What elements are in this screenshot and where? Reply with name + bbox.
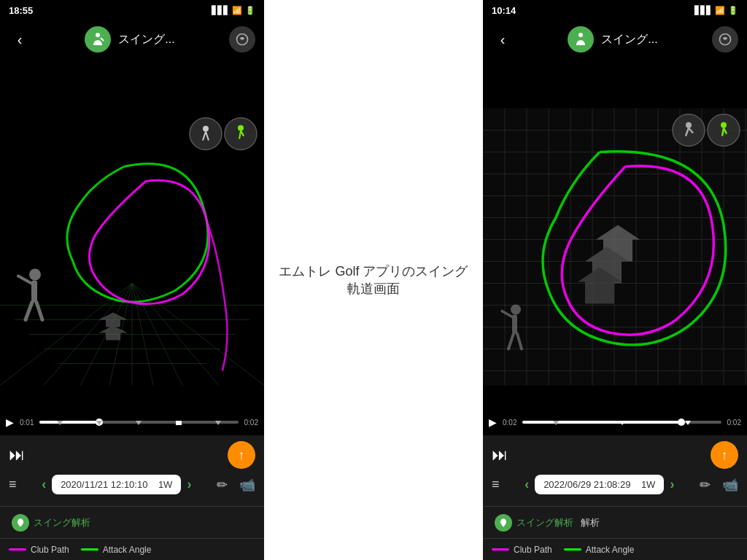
left-status-time: 18:55 [9, 5, 33, 16]
right-tab-label: スイング解析 [516, 516, 573, 529]
right-date-value: 2022/06/29 21:08:29 [543, 479, 630, 490]
right-legend-bar: Club Path Attack Angle [483, 538, 747, 560]
right-date-box: 2022/06/29 21:08:29 1W [535, 475, 664, 494]
left-bottom-row1: ⏭ ↑ [9, 441, 255, 469]
right-status-time: 10:14 [492, 5, 516, 16]
right-bottom-row1: ⏭ ↑ [492, 441, 738, 469]
right-wifi-icon: 📶 [715, 6, 725, 15]
left-legend-magenta-line [9, 548, 26, 551]
right-date-nav: ‹ 2022/06/29 21:08:29 1W › [500, 475, 700, 494]
svg-line-1 [101, 38, 104, 41]
right-time-end: 0:02 [727, 419, 741, 427]
left-video-icon[interactable]: 📹 [239, 477, 255, 493]
right-toolbar-icons: ≡ [492, 477, 500, 492]
left-legend-club-path: Club Path [9, 545, 69, 555]
right-date-prev-button[interactable]: ‹ [525, 477, 529, 492]
right-signal-icon: ▋▋▋ [694, 6, 712, 15]
wifi-icon: 📶 [232, 6, 242, 15]
left-nav-bar: ‹ スイング... [0, 20, 264, 58]
left-tab-icon [12, 514, 29, 532]
right-legend-magenta-line [492, 548, 509, 551]
right-status-icons: ▋▋▋ 📶 🔋 [694, 6, 738, 15]
right-video-icon[interactable]: 📹 [722, 477, 738, 493]
left-play-button[interactable]: ▶ [6, 416, 14, 428]
right-bottom-controls: ⏭ ↑ ≡ ‹ 2022/06/29 21:08:29 1W › [483, 435, 747, 506]
left-timeline-markers [39, 415, 238, 425]
right-legend-green-line [564, 548, 581, 551]
right-attack-angle-label: Attack Angle [586, 545, 635, 555]
right-battery-icon: 🔋 [728, 6, 738, 15]
left-phone-panel: 18:55 ▋▋▋ 📶 🔋 ‹ スイング... [0, 0, 264, 560]
left-status-icons: ▋▋▋ 📶 🔋 [212, 6, 255, 15]
left-tab-bar: スイング解析 [0, 506, 264, 538]
left-menu-icon[interactable]: ≡ [9, 477, 17, 492]
signal-icon: ▋▋▋ [212, 6, 229, 15]
right-status-bar: 10:14 ▋▋▋ 📶 🔋 [483, 0, 747, 20]
middle-gap: エムトレ Golf アプリのスイング軌道画面 [264, 0, 483, 560]
right-timeline-bar: ▶ 0:02 0:02 [483, 409, 747, 435]
svg-point-0 [96, 33, 100, 37]
left-legend-bar: Club Path Attack Angle [0, 538, 264, 560]
right-timeline-markers [522, 415, 721, 425]
right-tab-analysis-label: 解析 [581, 516, 600, 529]
left-toolbar-row: ≡ ‹ 2020/11/21 12:10:10 1W › ✏ 📹 [9, 475, 255, 494]
svg-point-71 [511, 305, 521, 315]
left-skip-forward-button[interactable]: ⏭ [9, 446, 25, 464]
right-viz-area: ▶ 0:02 0:02 [483, 58, 747, 435]
right-menu-icon[interactable]: ≡ [492, 477, 500, 492]
left-toolbar-right-icons: ✏ 📹 [217, 477, 255, 493]
right-timeline-track[interactable] [522, 421, 721, 424]
svg-point-18 [29, 269, 41, 281]
right-club-type: 1W [641, 479, 656, 490]
left-nav-title: スイング... [118, 32, 174, 47]
right-phone-panel: 10:14 ▋▋▋ 📶 🔋 ‹ スイング... [483, 0, 747, 560]
left-viz-area: ▶ 0:01 0:02 [0, 58, 264, 435]
left-legend-attack-angle: Attack Angle [81, 545, 152, 555]
right-play-button[interactable]: ▶ [489, 416, 497, 428]
right-nav-right-icon[interactable] [712, 26, 738, 52]
left-date-next-button[interactable]: › [187, 477, 191, 492]
battery-icon: 🔋 [245, 6, 255, 15]
svg-point-65 [686, 122, 692, 128]
left-tab-label: スイング解析 [34, 516, 90, 529]
left-attack-angle-label: Attack Angle [103, 545, 152, 555]
middle-text: エムトレ Golf アプリのスイング軌道画面 [264, 248, 483, 312]
svg-point-27 [203, 126, 209, 132]
left-nav-avatar [85, 26, 111, 52]
right-nav-center: スイング... [568, 26, 657, 52]
right-tab-icon [495, 514, 512, 532]
right-toolbar-row: ≡ ‹ 2022/06/29 21:08:29 1W › ✏ 📹 [492, 475, 738, 494]
left-legend-green-line [81, 548, 98, 551]
left-time-start: 0:01 [20, 419, 34, 427]
right-legend-club-path: Club Path [492, 545, 552, 555]
left-pencil-icon[interactable]: ✏ [217, 477, 228, 493]
right-up-arrow-button[interactable]: ↑ [711, 441, 738, 469]
left-club-type: 1W [158, 479, 173, 490]
left-timeline-bar: ▶ 0:01 0:02 [0, 409, 264, 435]
left-date-prev-button[interactable]: ‹ [42, 477, 46, 492]
right-club-path-label: Club Path [514, 545, 552, 555]
svg-point-33 [578, 33, 583, 37]
left-date-nav: ‹ 2020/11/21 12:10:10 1W › [17, 475, 217, 494]
right-date-next-button[interactable]: › [670, 477, 674, 492]
right-nav-avatar [568, 26, 594, 52]
left-tab-swing-analysis[interactable]: スイング解析 [6, 511, 96, 534]
right-tab-swing-analysis[interactable]: スイング解析 解析 [489, 511, 605, 534]
left-date-value: 2020/11/21 12:10:10 [61, 479, 147, 490]
left-date-box: 2020/11/21 12:10:10 1W [52, 475, 181, 494]
right-toolbar-right-icons: ✏ 📹 [700, 477, 738, 493]
right-nav-title: スイング... [601, 32, 657, 47]
left-back-button[interactable]: ‹ [9, 31, 31, 48]
left-timeline-track[interactable] [39, 421, 238, 424]
right-skip-forward-button[interactable]: ⏭ [492, 446, 508, 464]
left-nav-center: スイング... [85, 26, 174, 52]
right-pencil-icon[interactable]: ✏ [700, 477, 711, 493]
right-legend-attack-angle: Attack Angle [564, 545, 635, 555]
left-status-bar: 18:55 ▋▋▋ 📶 🔋 [0, 0, 264, 20]
svg-point-68 [721, 122, 727, 128]
left-club-path-label: Club Path [31, 545, 69, 555]
left-up-arrow-button[interactable]: ↑ [228, 441, 255, 469]
left-nav-right-icon[interactable] [229, 26, 255, 52]
right-back-button[interactable]: ‹ [492, 31, 514, 48]
left-time-end: 0:02 [244, 419, 258, 427]
